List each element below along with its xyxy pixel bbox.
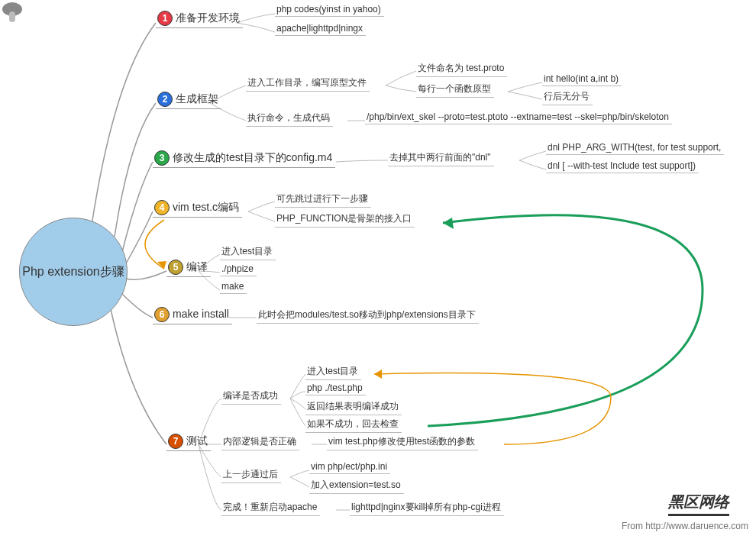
leaf-2-1-2[interactable]: 每行一个函数原型 xyxy=(416,82,494,98)
step-3-label: 修改生成的test目录下的config.m4 xyxy=(173,151,332,163)
leaf-5-3[interactable]: make xyxy=(220,281,247,294)
leaf-7-3[interactable]: 上一步通过后 xyxy=(221,468,281,483)
num-badge-5: 5 xyxy=(168,260,183,275)
step-2[interactable]: 2生成框架 xyxy=(156,92,221,109)
step-2-label: 生成框架 xyxy=(176,92,218,105)
svg-marker-0 xyxy=(443,218,454,229)
leaf-5-1[interactable]: 进入test目录 xyxy=(220,245,276,260)
leaf-6-1[interactable]: 此时会把modules/test.so移动到php/extensions目录下 xyxy=(257,308,479,324)
svg-rect-4 xyxy=(9,11,15,22)
leaf-2-2-1[interactable]: /php/bin/ext_skel --proto=test.ptoto --e… xyxy=(365,111,672,124)
step-1-label: 准备开发环境 xyxy=(176,11,240,24)
leaf-3-1-1[interactable]: dnl PHP_ARG_WITH(test, for test support, xyxy=(546,142,724,155)
leaf-2-1-2-1[interactable]: int hello(int a,int b) xyxy=(542,73,622,86)
leaf-7-1-3[interactable]: 返回结果表明编译成功 xyxy=(305,400,402,415)
num-badge-4: 4 xyxy=(154,200,170,215)
leaf-7-1[interactable]: 编译是否成功 xyxy=(221,389,281,405)
svg-marker-1 xyxy=(374,370,382,379)
leaf-7-4-1[interactable]: lighttpd|nginx要kill掉所有php-cgi进程 xyxy=(350,501,504,516)
logo-icon xyxy=(0,0,24,24)
leaf-7-3-2[interactable]: 加入extension=test.so xyxy=(309,479,404,494)
leaf-7-4[interactable]: 完成！重新启动apache xyxy=(221,501,320,516)
step-3[interactable]: 3修改生成的test目录下的config.m4 xyxy=(153,150,335,168)
leaf-7-2[interactable]: 内部逻辑是否正确 xyxy=(221,435,299,450)
leaf-7-3-1[interactable]: vim php/ect/php.ini xyxy=(309,461,390,474)
leaf-1-2[interactable]: apache|lighttpd|ningx xyxy=(275,23,366,36)
leaf-7-2-1[interactable]: vim test.php修改使用test函数的参数 xyxy=(327,435,478,450)
step-1[interactable]: 1准备开发环境 xyxy=(156,11,243,28)
leaf-4-1[interactable]: 可先跳过进行下一步骤 xyxy=(275,192,371,208)
leaf-2-2[interactable]: 执行命令，生成代码 xyxy=(246,111,333,127)
leaf-2-1[interactable]: 进入工作目录，编写原型文件 xyxy=(246,76,370,92)
step-5[interactable]: 5编译 xyxy=(166,260,211,277)
step-4[interactable]: 4vim test.c编码 xyxy=(153,200,242,218)
leaf-7-1-4[interactable]: 如果不成功，回去检查 xyxy=(305,418,402,433)
num-badge-6: 6 xyxy=(154,307,170,322)
root-label: Php extension步骤 xyxy=(22,264,124,280)
num-badge-1: 1 xyxy=(157,11,173,26)
leaf-5-2[interactable]: ./phpize xyxy=(220,263,257,276)
leaf-2-1-1[interactable]: 文件命名为 test.proto xyxy=(416,62,507,77)
num-badge-7: 7 xyxy=(168,434,183,449)
footer-logo: 黑区网络 xyxy=(668,492,729,516)
step-7-label: 测试 xyxy=(186,434,208,447)
step-5-label: 编译 xyxy=(186,260,208,273)
leaf-3-1[interactable]: 去掉其中两行前面的"dnl" xyxy=(388,151,494,166)
step-7[interactable]: 7测试 xyxy=(166,434,211,451)
leaf-7-1-1[interactable]: 进入test目录 xyxy=(305,365,361,380)
num-badge-3: 3 xyxy=(154,150,170,166)
root-node[interactable]: Php extension步骤 xyxy=(19,218,128,326)
leaf-3-1-2[interactable]: dnl [ --with-test Include test support]) xyxy=(546,160,699,173)
step-4-label: vim test.c编码 xyxy=(173,201,239,213)
leaf-2-1-2-2[interactable]: 行后无分号 xyxy=(542,90,593,105)
leaf-4-2[interactable]: PHP_FUNCTION是骨架的接入口 xyxy=(275,212,415,228)
footer-from: From http://www.daruence.com xyxy=(622,521,748,531)
leaf-1-1[interactable]: php codes(yinst in yahoo) xyxy=(275,4,384,17)
step-6-label: make install xyxy=(173,308,229,320)
num-badge-2: 2 xyxy=(157,92,173,107)
leaf-7-1-2[interactable]: php ./test.php xyxy=(305,382,366,395)
step-6[interactable]: 6make install xyxy=(153,307,232,324)
